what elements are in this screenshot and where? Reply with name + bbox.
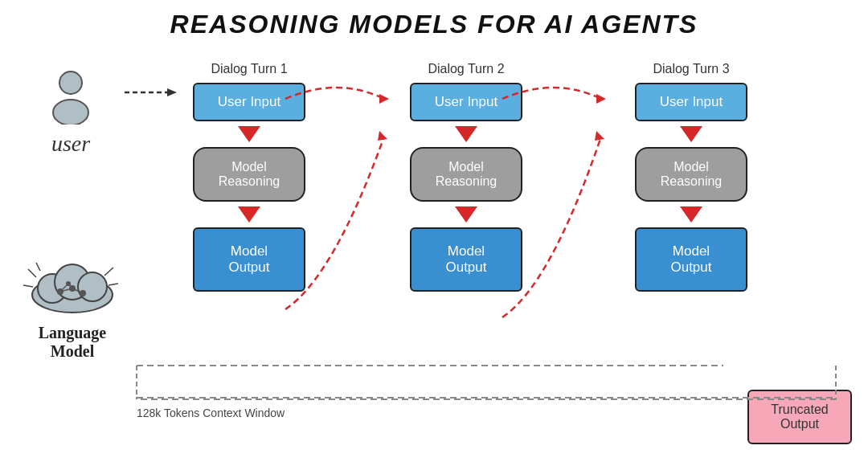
user-section: user <box>14 68 127 157</box>
dialog-turn-2: Dialog Turn 2 User Input ModelReasoning … <box>386 62 547 292</box>
truncated-output-section: Truncated Output <box>747 390 852 444</box>
svg-line-14 <box>28 269 36 277</box>
svg-line-16 <box>36 263 40 271</box>
diagram-area: user LanguageModel Dia <box>0 44 868 470</box>
context-window-label: 128k Tokens Context Window <box>137 406 285 422</box>
turn3-user-input: User Input <box>635 83 747 121</box>
turn2-model-reasoning: ModelReasoning <box>410 147 522 202</box>
turn1-label: Dialog Turn 1 <box>169 62 330 76</box>
svg-line-18 <box>108 284 118 285</box>
truncated-output-box: Truncated Output <box>747 390 852 444</box>
svg-line-15 <box>23 285 33 287</box>
turn1-user-input: User Input <box>193 83 305 121</box>
turn3-col-inner: User Input ModelReasoning ModelOutput <box>611 83 772 292</box>
dialog-turn-1: Dialog Turn 1 User Input ModelReasoning … <box>169 62 330 292</box>
user-label: user <box>14 131 127 157</box>
page-title: REASONING MODELS FOR AI AGENTS <box>0 0 868 39</box>
turn2-label: Dialog Turn 2 <box>386 62 547 76</box>
dialog-turn-3: Dialog Turn 3 User Input ModelReasoning … <box>611 62 772 292</box>
svg-line-17 <box>104 268 113 276</box>
turn1-model-output: ModelOutput <box>193 227 305 292</box>
turn1-arrow-1 <box>238 126 260 142</box>
turn3-model-output: ModelOutput <box>635 227 747 292</box>
turn3-arrow-2 <box>680 206 702 223</box>
user-icon <box>47 68 95 125</box>
cloud-icon <box>20 253 125 317</box>
turn3-model-reasoning: ModelReasoning <box>635 147 747 202</box>
svg-point-1 <box>53 100 88 125</box>
svg-rect-25 <box>137 398 836 399</box>
svg-marker-24 <box>595 131 604 141</box>
turn3-label: Dialog Turn 3 <box>611 62 772 76</box>
turn2-arrow-1 <box>455 126 477 142</box>
language-model-section: LanguageModel <box>8 253 137 361</box>
turn2-user-input: User Input <box>410 83 522 121</box>
turn2-model-output: ModelOutput <box>410 227 522 292</box>
turn3-arrow-1 <box>680 126 702 142</box>
turn1-arrow-2 <box>238 206 260 223</box>
svg-point-5 <box>78 272 107 301</box>
turn1-col-inner: User Input ModelReasoning ModelOutput <box>169 83 330 292</box>
turn2-arrow-2 <box>455 206 477 223</box>
svg-marker-22 <box>596 94 606 104</box>
turn1-model-reasoning: ModelReasoning <box>193 147 305 202</box>
language-model-label: LanguageModel <box>8 324 137 361</box>
svg-point-0 <box>59 72 82 94</box>
turn2-col-inner: User Input ModelReasoning ModelOutput <box>386 83 547 292</box>
